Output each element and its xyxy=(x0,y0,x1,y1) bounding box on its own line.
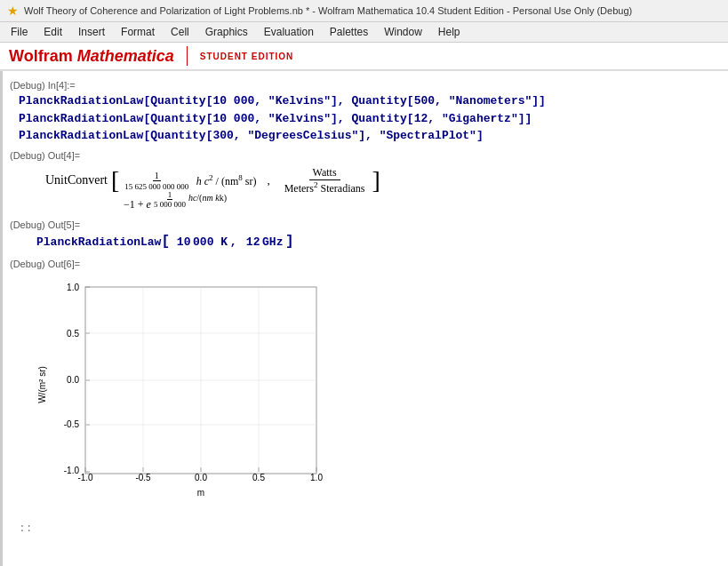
out4-label: (Debug) Out[4]= xyxy=(10,150,721,161)
y-tick-05: 0.5 xyxy=(67,329,79,339)
unit-convert-fn: UnitConvert xyxy=(45,173,108,187)
title-bar: ★ Wolf Theory of Coherence and Polarizat… xyxy=(0,0,728,22)
hc2-unit: h c2 / (nm8 sr) xyxy=(194,173,256,188)
x-axis-label: m xyxy=(197,488,204,498)
y-tick-10: 1.0 xyxy=(67,283,79,292)
menu-edit[interactable]: Edit xyxy=(36,24,69,40)
menu-evaluation[interactable]: Evaluation xyxy=(257,24,321,40)
nb-end-marker: :: xyxy=(10,522,33,535)
planck-out5-text: PlanckRadiationLaw[ 10 000 K , 12 GHz ] xyxy=(19,234,721,250)
fraction-numerator: 1 xyxy=(153,171,161,181)
menu-graphics[interactable]: Graphics xyxy=(198,24,255,40)
comma-sep: , xyxy=(267,173,269,187)
wolfram-logo: Wolfram Mathematica xyxy=(9,47,174,66)
input-line-3: PlanckRadiationLaw[Quantity[300, "Degree… xyxy=(19,127,721,145)
out6-cell: 1.0 0.5 0.0 -0.5 -1.0 -1.0 -0 xyxy=(10,273,721,504)
logo-bar: Wolfram Mathematica STUDENT EDITION xyxy=(0,43,728,71)
notebook: (Debug) In[4]:= PlanckRadiationLaw[Quant… xyxy=(0,71,728,566)
open-bracket: [ xyxy=(111,168,119,193)
x-tick-n10: -1.0 xyxy=(77,473,93,482)
denominator-row: −1 + e 15 000 000 hc/(nm kk) xyxy=(19,192,721,211)
menu-file[interactable]: File xyxy=(4,24,35,40)
y-axis-label: W/(m² sr) xyxy=(37,366,47,403)
title-icon: ★ xyxy=(7,4,19,18)
menu-help[interactable]: Help xyxy=(431,24,468,40)
spectral-plot: 1.0 0.5 0.0 -0.5 -1.0 -1.0 -0 xyxy=(36,278,330,500)
input-line-2: PlanckRadiationLaw[Quantity[10 000, "Kel… xyxy=(19,110,721,128)
student-edition-label: STUDENT EDITION xyxy=(200,52,294,61)
out5-label: (Debug) Out[5]= xyxy=(10,219,721,230)
menu-window[interactable]: Window xyxy=(377,24,429,40)
out4-cell: UnitConvert [ 1 15 625 000 000 000 h c2 … xyxy=(10,166,721,211)
title-text: Wolf Theory of Coherence and Polarizatio… xyxy=(24,5,632,16)
watts-numerator: Watts xyxy=(309,166,340,180)
nb-end-area: :: xyxy=(10,522,721,535)
y-tick-n05: -0.5 xyxy=(64,419,80,429)
menu-format[interactable]: Format xyxy=(114,24,162,40)
main-fraction: 1 15 625 000 000 000 xyxy=(123,171,190,191)
menu-cell[interactable]: Cell xyxy=(164,24,196,40)
out6-label: (Debug) Out[6]= xyxy=(10,259,721,269)
input-label: (Debug) In[4]:= xyxy=(10,80,721,91)
x-tick-0: 0.0 xyxy=(195,473,207,482)
watts-fraction: Watts Meters2 Steradians xyxy=(281,166,369,195)
x-tick-05: 0.5 xyxy=(252,473,265,482)
menu-bar: File Edit Insert Format Cell Graphics Ev… xyxy=(0,22,728,43)
menu-insert[interactable]: Insert xyxy=(71,24,112,40)
input-cell[interactable]: PlanckRadiationLaw[Quantity[10 000, "Kel… xyxy=(10,92,721,145)
input-line-1: PlanckRadiationLaw[Quantity[10 000, "Kel… xyxy=(19,92,721,110)
plot-container: 1.0 0.5 0.0 -0.5 -1.0 -1.0 -0 xyxy=(36,278,330,504)
out5-cell: PlanckRadiationLaw[ 10 000 K , 12 GHz ] xyxy=(10,234,721,250)
logo-divider xyxy=(187,46,188,66)
menu-palettes[interactable]: Palettes xyxy=(323,24,375,40)
y-tick-00: 0.0 xyxy=(67,375,79,385)
watts-denominator: Meters2 Steradians xyxy=(281,180,369,195)
x-tick-10: 1.0 xyxy=(310,473,323,482)
close-bracket: ] xyxy=(372,168,380,193)
x-tick-n05: -0.5 xyxy=(135,473,151,482)
